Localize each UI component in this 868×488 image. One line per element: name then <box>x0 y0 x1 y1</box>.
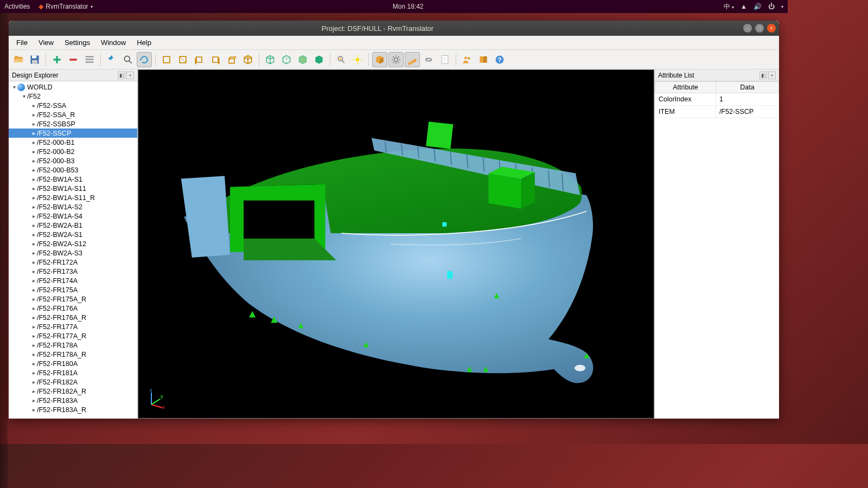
input-method-indicator[interactable]: 中 ▾ <box>724 2 734 11</box>
tree-item[interactable]: ▸/F52-FR177A_R <box>9 331 137 341</box>
zoom-button[interactable] <box>120 52 136 67</box>
menu-window[interactable]: Window <box>95 36 131 49</box>
volume-icon[interactable]: 🔊 <box>754 3 762 10</box>
shaded-edges-button[interactable] <box>295 52 310 67</box>
wireframe-button[interactable] <box>263 52 278 67</box>
tree-item[interactable]: ▸/F52-FR180A <box>9 359 137 368</box>
tree-item[interactable]: ▸/F52-FR183A_R <box>9 405 137 414</box>
open-button[interactable] <box>11 52 26 67</box>
tree-item[interactable]: ▸/F52-000-B2 <box>9 147 137 156</box>
side-cutout <box>230 184 336 260</box>
tree-item[interactable]: ▸/F52-BW2A-B1 <box>9 221 137 230</box>
tree-item[interactable]: ▸/F52-BW2A-S12 <box>9 239 137 248</box>
tree-item[interactable]: ▸/F52-SSCP <box>9 129 137 138</box>
close-button[interactable]: × <box>767 24 776 33</box>
titlebar[interactable]: Project: DSF/HULL - RvmTranslator – □ × <box>9 21 779 36</box>
link-button[interactable] <box>421 52 436 67</box>
tree-item[interactable]: ▸/F52-FR181A <box>9 368 137 377</box>
tree-item[interactable]: ▸/F52-FR182A <box>9 377 137 387</box>
panel-close-button[interactable]: × <box>126 72 134 79</box>
view-iso-button[interactable] <box>240 52 256 67</box>
attribute-row[interactable]: ITEM/F52-SSCP <box>655 106 779 118</box>
app-menu[interactable]: ◆ RvmTranslator ▾ <box>39 3 92 10</box>
tree-item[interactable]: ▸/F52-FR183A <box>9 396 137 405</box>
view-left-button[interactable] <box>192 52 207 67</box>
hidden-line-button[interactable] <box>279 52 294 67</box>
solid-mode-button[interactable] <box>372 52 387 67</box>
data-col-header[interactable]: Data <box>716 82 778 93</box>
tree-item[interactable]: ▸/F52-000-B53 <box>9 165 137 175</box>
tree-item[interactable]: ▸/F52-BW1A-S11_R <box>9 193 137 202</box>
panel-float-button[interactable]: ◧ <box>760 72 767 79</box>
desktop-top-panel: Activities ◆ RvmTranslator ▾ Mon 18:42 中… <box>0 0 788 13</box>
panel-close-button[interactable]: × <box>768 72 776 79</box>
tree-group[interactable]: ▾/F52 <box>9 92 137 101</box>
pin-button[interactable] <box>104 52 119 67</box>
tree-item[interactable]: ▸/F52-SSA_R <box>9 110 137 119</box>
tree-item[interactable]: ▸/F52-FR178A <box>9 341 137 350</box>
axis-gizmo: z y x <box>145 388 167 412</box>
tree-item[interactable]: ▸/F52-FR182A_R <box>9 387 137 396</box>
tree-item[interactable]: ▸/F52-FR178A_R <box>9 350 137 359</box>
view-right-button[interactable] <box>208 52 223 67</box>
menu-help[interactable]: Help <box>131 36 157 49</box>
view-back-button[interactable] <box>175 52 190 67</box>
tree-item[interactable]: ▸/F52-FR175A_R <box>9 294 137 304</box>
settings-gear-button[interactable] <box>388 52 404 67</box>
view-top-button[interactable] <box>224 52 239 67</box>
tree-item[interactable]: ▸/F52-BW1A-S1 <box>9 175 137 184</box>
refresh-button[interactable] <box>137 52 152 67</box>
design-explorer-panel: Design Explorer ◧ × ▾WORLD▾/F52▸/F52-SSA… <box>9 69 138 419</box>
attribute-col-header[interactable]: Attribute <box>655 82 716 93</box>
app-icon: ◆ <box>39 3 43 10</box>
panel-float-button[interactable]: ◧ <box>118 72 125 79</box>
tree-item[interactable]: ▸/F52-FR177A <box>9 322 137 331</box>
system-menu-chevron[interactable]: ▾ <box>781 4 783 9</box>
attribute-row[interactable]: ColorIndex1 <box>655 93 779 106</box>
tree-item[interactable]: ▸/F52-FR176A <box>9 304 137 313</box>
book-button[interactable] <box>476 52 491 67</box>
clock[interactable]: Mon 18:42 <box>93 3 724 10</box>
list-button[interactable] <box>82 52 97 67</box>
menu-settings[interactable]: Settings <box>59 36 95 49</box>
minimize-button[interactable]: – <box>743 24 752 33</box>
users-button[interactable] <box>459 52 475 67</box>
network-icon[interactable]: ▲ <box>741 3 747 10</box>
toolbar: ? <box>9 50 779 69</box>
tree-item[interactable]: ▸/F52-FR173A <box>9 267 137 276</box>
tree-item[interactable]: ▸/F52-BW1A-S11 <box>9 184 137 193</box>
shaded-button[interactable] <box>311 52 327 67</box>
tree-item[interactable]: ▸/F52-000-B1 <box>9 138 137 147</box>
view-front-button[interactable] <box>159 52 174 67</box>
light-button[interactable] <box>350 52 365 67</box>
tree-item[interactable]: ▸/F52-BW1A-S2 <box>9 202 137 211</box>
tree-item[interactable]: ▸/F52-BW2A-S1 <box>9 230 137 239</box>
tree-item[interactable]: ▸/F52-000-B3 <box>9 156 137 165</box>
maximize-button[interactable]: □ <box>755 24 764 33</box>
attribute-list-panel: Attribute List ◧ × Attribute Data ColorI… <box>654 69 779 419</box>
tree-item[interactable]: ▸/F52-BW2A-S3 <box>9 248 137 258</box>
tree-item[interactable]: ▸/F52-BW1A-S4 <box>9 211 137 221</box>
design-tree[interactable]: ▾WORLD▾/F52▸/F52-SSA▸/F52-SSA_R▸/F52-SSB… <box>9 81 137 419</box>
menu-file[interactable]: File <box>11 36 33 49</box>
tree-item[interactable]: ▸/F52-FR174A <box>9 276 137 285</box>
add-button[interactable] <box>49 52 65 67</box>
tree-item[interactable]: ▸/F52-SSA <box>9 101 137 110</box>
tree-item[interactable]: ▸/F52-FR172A <box>9 258 137 267</box>
power-icon[interactable]: ⏻ <box>768 3 775 10</box>
tree-item[interactable]: ▸/F52-SSBSP <box>9 119 137 129</box>
tree-root[interactable]: ▾WORLD <box>9 82 137 92</box>
tree-item[interactable]: ▸/F52-FR176A_R <box>9 313 137 322</box>
tree-item[interactable]: ▸/F52-FR175A <box>9 285 137 294</box>
activities-button[interactable]: Activities <box>4 3 30 10</box>
notes-button[interactable] <box>437 52 452 67</box>
remove-button[interactable] <box>66 52 81 67</box>
measure-button[interactable] <box>405 52 420 67</box>
menu-view[interactable]: View <box>33 36 59 49</box>
save-button[interactable] <box>27 52 42 67</box>
3d-viewport[interactable]: z y x <box>138 69 654 419</box>
help-button[interactable]: ? <box>492 52 507 67</box>
attribute-list-title: Attribute List <box>658 72 758 79</box>
fit-button[interactable] <box>334 52 349 67</box>
dock-launcher[interactable] <box>0 13 8 444</box>
